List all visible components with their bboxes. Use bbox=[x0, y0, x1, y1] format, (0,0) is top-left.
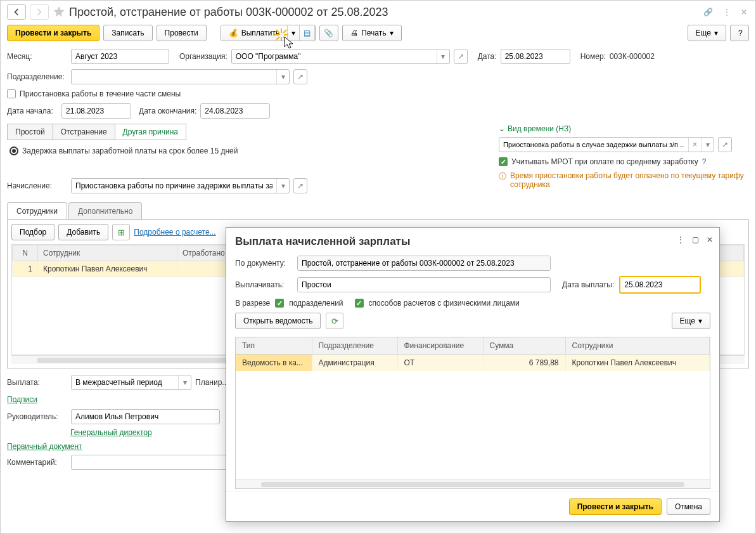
method-checkbox[interactable] bbox=[355, 299, 364, 308]
more-icon[interactable]: ⋮ bbox=[721, 6, 733, 18]
signatures-link[interactable]: Подписи bbox=[7, 395, 37, 404]
time-type-link[interactable]: ⌄ Вид времени (НЗ) bbox=[499, 124, 749, 133]
modal-maximize-icon[interactable]: ▢ bbox=[692, 235, 699, 244]
modal-cancel-button[interactable]: Отмена bbox=[667, 498, 710, 515]
modal-table-row[interactable]: Ведомость в ка... Администрация ОТ 6 789… bbox=[236, 355, 710, 372]
star-icon[interactable] bbox=[53, 5, 65, 20]
payout-modal: Выплата начисленной зарплаты ⋮ ▢ ✕ По до… bbox=[226, 227, 720, 522]
chevron-down-icon[interactable]: ▾ bbox=[437, 49, 449, 63]
mrot-checkbox[interactable] bbox=[499, 157, 508, 166]
start-field[interactable]: 📅 bbox=[61, 103, 131, 119]
chevron-down-icon[interactable]: ▾ bbox=[276, 70, 289, 84]
partial-shift-label: Приостановка работы в течение части смен… bbox=[20, 89, 181, 98]
dept-chk-label: подразделений bbox=[289, 299, 343, 308]
select-button[interactable]: Подбор bbox=[11, 224, 54, 240]
mrot-label: Учитывать МРОТ при оплате по среднему за… bbox=[511, 157, 698, 166]
money-icon: 💰 bbox=[229, 29, 238, 37]
payout-field[interactable]: ▾ bbox=[71, 375, 191, 390]
accrual-label: Начисление: bbox=[7, 181, 67, 190]
modal-date-field[interactable]: 📅 bbox=[620, 277, 700, 292]
date-field[interactable]: 📅 bbox=[501, 49, 570, 64]
modal-date-label: Дата выплаты: bbox=[562, 280, 614, 289]
chevron-down-icon[interactable]: ▾ bbox=[276, 179, 289, 193]
dept-field[interactable]: ▾ bbox=[71, 69, 290, 84]
post-button[interactable]: Провести bbox=[157, 25, 207, 41]
page-title: Простой, отстранение от работы 003К-0000… bbox=[69, 6, 388, 19]
month-field[interactable]: 📅 ⇅ bbox=[71, 49, 169, 64]
printer-icon: 🖨 bbox=[350, 29, 358, 37]
pay-list-button[interactable]: ▤ bbox=[300, 25, 315, 41]
modal-hscrollbar[interactable] bbox=[236, 479, 710, 488]
time-open-button[interactable]: ↗ bbox=[718, 137, 732, 152]
modal-more-button[interactable]: Еще ▾ bbox=[672, 313, 710, 329]
modal-title: Выплата начисленной зарплаты bbox=[235, 235, 410, 247]
dept-label: Подразделение: bbox=[7, 72, 67, 81]
dept-checkbox[interactable] bbox=[275, 299, 284, 308]
tab-simple[interactable]: Простой bbox=[7, 124, 53, 140]
modal-pay-field[interactable] bbox=[297, 277, 551, 292]
columns-button[interactable]: ⊞ bbox=[112, 224, 130, 240]
pay-dropdown[interactable]: ▾ bbox=[288, 25, 300, 41]
end-label: Дата окончания: bbox=[139, 107, 196, 115]
primary-doc-link[interactable]: Первичный документ bbox=[7, 442, 82, 451]
chevron-down-icon[interactable]: ▾ bbox=[701, 138, 714, 152]
mcol-emp: Сотрудники bbox=[565, 337, 710, 355]
modal-pay-label: Выплачивать: bbox=[235, 280, 292, 289]
partial-shift-checkbox[interactable] bbox=[7, 89, 16, 98]
number-value: 003К-000002 bbox=[610, 52, 655, 61]
calc-details-link[interactable]: Подробнее о расчете... bbox=[134, 228, 215, 237]
clear-icon[interactable]: × bbox=[688, 138, 701, 152]
col-n: N bbox=[13, 245, 38, 261]
chevron-down-icon[interactable]: ▾ bbox=[178, 375, 191, 389]
head-label: Руководитель: bbox=[7, 412, 67, 421]
back-button[interactable] bbox=[7, 4, 26, 20]
mrot-help-icon[interactable]: ? bbox=[702, 157, 707, 166]
mcol-fin: Финансирование bbox=[397, 337, 483, 355]
pay-button-group: 💰Выплатить ▾ ▤ bbox=[221, 25, 316, 41]
subtab-extra[interactable]: Дополнительно bbox=[68, 202, 142, 219]
reason-radio[interactable] bbox=[10, 147, 18, 155]
org-open-button[interactable]: ↗ bbox=[454, 49, 468, 64]
refresh-button[interactable]: ⟳ bbox=[326, 313, 343, 329]
subtab-employees[interactable]: Сотрудники bbox=[7, 202, 67, 219]
accrual-open-button[interactable]: ↗ bbox=[293, 178, 307, 193]
print-button[interactable]: 🖨Печать ▾ bbox=[342, 25, 401, 41]
dept-open-button[interactable]: ↗ bbox=[293, 69, 307, 84]
open-sheet-button[interactable]: Открыть ведомость bbox=[235, 313, 321, 329]
payout-label: Выплата: bbox=[7, 378, 67, 387]
mcol-type: Тип bbox=[236, 337, 312, 355]
col-emp: Сотрудник bbox=[38, 245, 177, 261]
time-type-field[interactable]: × ▾ bbox=[499, 137, 714, 152]
plan-label: Планир... bbox=[195, 378, 228, 387]
modal-doc-field[interactable] bbox=[297, 256, 551, 271]
save-button[interactable]: Записать bbox=[103, 25, 152, 41]
org-field[interactable]: ▾ bbox=[231, 49, 450, 64]
modal-ok-button[interactable]: Провести и закрыть bbox=[569, 498, 662, 515]
head-position-link[interactable]: Генеральный директор bbox=[70, 428, 152, 437]
close-window-icon[interactable]: ✕ bbox=[739, 6, 749, 18]
forward-button[interactable] bbox=[30, 4, 49, 20]
pay-button[interactable]: 💰Выплатить bbox=[221, 25, 288, 41]
attach-button[interactable]: 📎 bbox=[319, 25, 338, 41]
modal-close-icon[interactable]: ✕ bbox=[707, 235, 713, 244]
chevron-down-icon: ⌄ bbox=[499, 124, 505, 133]
post-close-button[interactable]: Провести и закрыть bbox=[7, 25, 99, 41]
add-button[interactable]: Добавить bbox=[58, 224, 108, 240]
head-field[interactable] bbox=[71, 409, 220, 424]
end-field[interactable]: 📅 bbox=[200, 103, 270, 119]
tab-other-reason[interactable]: Другая причина bbox=[115, 124, 186, 140]
modal-doc-label: По документу: bbox=[235, 259, 292, 268]
modal-more-icon[interactable]: ⋮ bbox=[677, 235, 684, 244]
help-button[interactable]: ? bbox=[730, 25, 749, 41]
tab-suspension[interactable]: Отстранение bbox=[53, 124, 115, 140]
start-label: Дата начала: bbox=[7, 107, 58, 115]
org-label: Организация: bbox=[179, 52, 227, 61]
method-chk-label: способов расчетов с физическими лицами bbox=[369, 299, 520, 308]
accrual-field[interactable]: ▾ bbox=[71, 178, 290, 193]
link-icon[interactable]: 🔗 bbox=[702, 6, 715, 18]
comment-label: Комментарий: bbox=[7, 458, 67, 467]
date-label: Дата: bbox=[478, 52, 497, 61]
more-button[interactable]: Еще ▾ bbox=[688, 25, 726, 41]
month-label: Месяц: bbox=[7, 52, 67, 61]
info-text: Время приостановки работы будет оплачено… bbox=[510, 171, 749, 189]
